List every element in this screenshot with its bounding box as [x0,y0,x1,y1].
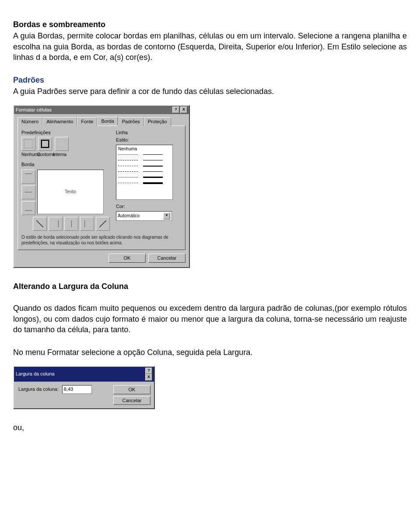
border-preview[interactable]: Texto [37,170,104,214]
line-style-icon [118,166,138,166]
largura-input[interactable]: 8,43 [62,385,92,394]
dialog-title-text: Formatar células [16,107,52,113]
preset-none-label: Nenhuma [21,152,35,158]
help-icon[interactable]: ? [172,107,179,113]
dialog2-title-text: Largura da coluna [16,371,55,377]
border-mid-v-button[interactable] [64,217,78,231]
largura-label: Largura da coluna: [18,386,59,393]
heading-bordas: Bordas e sombreamento [13,19,407,30]
tab-protecao[interactable]: Proteção [144,117,171,126]
preset-outline-button[interactable] [38,137,52,151]
cancel-button[interactable]: Cancelar [113,396,150,405]
preview-text: Texto [65,188,76,195]
line-style-icon [143,166,163,167]
tab-row: Número Alinhamento Fonte Borda Padrões P… [18,117,186,125]
heading-padroes: Padrões [13,75,407,85]
line-style-icon [143,177,163,178]
ok-button[interactable]: OK [113,385,150,394]
border-mid-h-button[interactable] [21,185,35,199]
line-style-icon [143,182,163,184]
border-diag1-icon [36,220,43,227]
ok-button[interactable]: OK [108,254,146,263]
border-bottom-icon [24,206,33,215]
border-top-icon [24,170,33,178]
preset-none-button[interactable] [21,137,35,151]
border-right-icon [80,219,89,228]
heading-largura: Alterando a Largura da Coluna [13,281,407,292]
tab-numero[interactable]: Número [18,117,42,126]
border-left-icon [54,219,63,228]
border-mid-h-icon [24,188,33,197]
label-estilo: Estilo: [116,137,182,143]
border-left-button[interactable] [49,217,63,231]
preset-outline-label: Contorno [37,152,50,158]
border-diag1-button[interactable] [33,217,47,231]
close-icon[interactable]: X [145,374,152,381]
paragraph-largura-1: Quando os dados ficam muito pequenos ou … [13,303,407,335]
line-style-icon [143,171,163,172]
paragraph-bordas: A guia Bordas, permite colocar bordas em… [13,31,407,63]
border-mid-v-icon [67,219,76,228]
paragraph-padroes: A guia Padrões serve para definir a cor … [13,86,407,97]
hint-text: O estilo de borda selecionado pode ser a… [21,234,182,246]
help-icon[interactable]: ? [145,368,152,374]
dialog-largura-coluna: Largura da coluna ? X Largura da coluna:… [13,366,155,410]
label-borda: Borda [21,161,110,168]
line-style-icon [118,171,138,172]
tab-fonte[interactable]: Fonte [77,117,97,126]
label-linha: Linha [116,129,182,136]
border-diag2-icon [99,220,106,227]
border-bottom-button[interactable] [21,201,35,215]
tabpanel-borda: Predefinições Nenhuma Contorno Interna B… [18,125,186,250]
line-style-icon [143,154,163,155]
tab-borda[interactable]: Borda [97,117,118,125]
line-style-icon [143,160,163,160]
dialog-formatar-celulas: Formatar células ? X Número Alinhamento … [13,105,190,268]
line-style-icon [118,154,138,155]
preset-none-icon [24,139,33,148]
line-style-icon [118,177,138,177]
color-value: Automático [118,213,140,219]
line-style-icon [118,160,138,160]
border-diag2-button[interactable] [96,217,110,231]
border-right-button[interactable] [80,217,94,231]
chevron-down-icon: ▼ [163,212,170,219]
preset-inside-button[interactable] [55,137,69,151]
footer-ou: ou, [13,422,407,433]
border-top-button[interactable] [21,170,35,184]
label-cor: Cor: [116,203,182,210]
paragraph-largura-2: No menu Formatar selecione a opção Colun… [13,347,407,358]
line-style-icon [118,183,138,183]
titlebar-formatar[interactable]: Formatar células ? X [14,106,189,114]
cancel-button[interactable]: Cancelar [148,254,186,263]
label-predefinicoes: Predefinições [21,129,110,136]
preset-outline-icon [41,139,49,148]
style-none[interactable]: Nenhuma [118,146,171,152]
preset-inside-label: Interna [53,152,66,158]
tab-padroes[interactable]: Padrões [118,117,144,126]
preset-inside-icon [57,139,66,148]
titlebar-largura[interactable]: Largura da coluna ? X [14,367,154,382]
tab-alinhamento[interactable]: Alinhamento [42,117,77,126]
close-icon[interactable]: X [180,107,187,113]
color-dropdown[interactable]: Automático ▼ [116,211,172,221]
style-list[interactable]: Nenhuma [116,145,173,200]
